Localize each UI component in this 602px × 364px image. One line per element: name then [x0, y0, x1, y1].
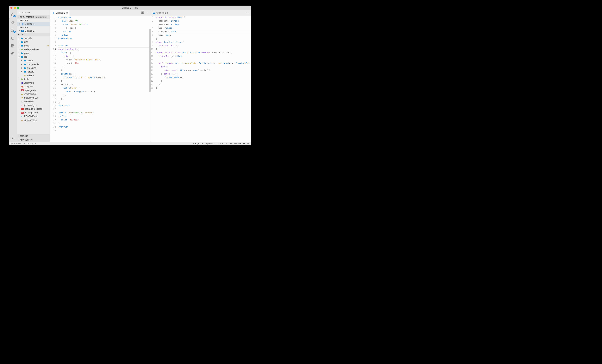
- folder-helpers[interactable]: helpers: [17, 70, 50, 74]
- file-index-js[interactable]: JSindex.js: [17, 74, 50, 77]
- svg-point-13: [11, 143, 11, 143]
- chevron-right-icon: [18, 78, 20, 80]
- settings-gear-icon[interactable]: [9, 135, 17, 142]
- npm-scripts-label: NPM SCRIPTS: [20, 139, 32, 141]
- file-icon: [22, 23, 24, 25]
- file-jest-config[interactable]: JSjest.config.js: [17, 103, 50, 107]
- extensions-icon[interactable]: [9, 43, 17, 49]
- explorer-title: EXPLORER: [17, 10, 50, 15]
- status-prettier[interactable]: Prettier: [235, 142, 241, 145]
- editor-1[interactable]: 1234567891011121314151617181920212223242…: [50, 16, 150, 142]
- file-package-json[interactable]: npmpackage.json: [17, 111, 50, 115]
- status-feedback-icon[interactable]: [243, 142, 245, 145]
- folder-icon: [23, 70, 26, 73]
- run-icon[interactable]: [9, 50, 17, 57]
- minimize-window-button[interactable]: [14, 7, 16, 9]
- folder-node-modules[interactable]: node_modules: [17, 48, 50, 51]
- more-actions-icon[interactable]: ···: [146, 11, 149, 14]
- ts-icon: TS: [153, 12, 155, 14]
- status-encoding[interactable]: UTF-8: [217, 142, 223, 145]
- folder-icon: [21, 37, 23, 40]
- titlebar[interactable]: Untitled-1 — live: [9, 6, 251, 10]
- explorer-icon[interactable]: 2: [9, 11, 17, 18]
- tree-item-label: components: [27, 63, 39, 66]
- tree-item-label: .eslintrc.js: [24, 82, 34, 84]
- svg-point-10: [12, 138, 13, 139]
- js-icon: JS: [21, 96, 23, 99]
- outline-header[interactable]: OUTLINE: [17, 134, 50, 138]
- folder-tests[interactable]: tests: [17, 77, 50, 81]
- maximize-window-button[interactable]: [17, 7, 19, 9]
- tree-item-label: babel.config.js: [24, 96, 39, 99]
- dirty-dot-icon: [66, 12, 68, 14]
- folder-public[interactable]: public: [17, 51, 50, 55]
- js-icon: JS: [21, 104, 23, 107]
- folder-components[interactable]: components: [17, 63, 50, 66]
- debug-icon[interactable]: [9, 35, 17, 42]
- status-prettier: Prettier: [235, 142, 241, 145]
- npm-scripts-header[interactable]: NPM SCRIPTS: [17, 138, 50, 142]
- chevron-right-icon: [18, 139, 19, 141]
- file-package-lock[interactable]: npmpackage-lock.json: [17, 107, 50, 111]
- file-eslintrc[interactable]: .eslintrc.js: [17, 81, 50, 85]
- status-problems[interactable]: 0 0: [27, 142, 36, 145]
- folder-vscode[interactable]: .vscode: [17, 36, 50, 40]
- open-editor-label: Untitled-1: [25, 23, 34, 25]
- svg-point-0: [12, 21, 14, 23]
- file-postcssrc[interactable]: JS.postcssrc.js: [17, 92, 50, 96]
- chevron-right-icon: [18, 45, 20, 46]
- file-deploy-sh[interactable]: deploy.sh: [17, 100, 50, 103]
- tree-item-label: tests: [24, 78, 29, 81]
- file-readme[interactable]: M↓README.md: [17, 115, 50, 118]
- status-sync[interactable]: [23, 142, 25, 145]
- chevron-right-icon: [18, 41, 20, 43]
- editor-group-1: Untitled-1 ··· 1234567891011121314151617…: [50, 10, 150, 142]
- git-icon: [21, 85, 23, 88]
- activity-bar: 2 1: [9, 10, 17, 142]
- status-language[interactable]: Vue: [229, 142, 232, 145]
- source-control-icon[interactable]: 1: [9, 27, 17, 34]
- svg-point-2: [11, 31, 12, 32]
- search-icon[interactable]: [9, 19, 17, 26]
- open-editors-label: OPEN EDITORS: [20, 16, 34, 18]
- status-errors: 0: [30, 142, 31, 145]
- split-editor-icon[interactable]: [141, 11, 144, 15]
- npm-icon: npm: [21, 112, 24, 114]
- folder-src[interactable]: src: [17, 55, 50, 59]
- file-gitignore[interactable]: .gitignore: [17, 85, 50, 88]
- svg-point-18: [244, 143, 244, 143]
- explorer-sidebar: EXPLORER OPEN EDITORS 2 UNSAVED GROUP 1 …: [17, 10, 50, 142]
- close-window-button[interactable]: [11, 7, 12, 9]
- folder-assets[interactable]: assets: [17, 59, 50, 63]
- chevron-right-icon: [21, 67, 23, 69]
- chevron-down-icon: [18, 16, 19, 18]
- tab-untitled-1[interactable]: Untitled-1: [50, 10, 70, 16]
- status-bell-icon[interactable]: [247, 142, 249, 145]
- tree-item-label: README.md: [24, 115, 37, 118]
- status-indent[interactable]: Spaces: 2: [206, 142, 215, 145]
- file-npmignore[interactable]: npm.npmignore: [17, 88, 50, 92]
- folder-dist[interactable]: dist: [17, 40, 50, 44]
- open-editor-untitled-2[interactable]: TS Untitled-2: [17, 29, 50, 33]
- workspace-header[interactable]: LIVE: [17, 33, 50, 36]
- file-vue-config[interactable]: JSvue.config.js: [17, 118, 50, 122]
- tab-untitled-2[interactable]: TS Untitled-2: [151, 10, 170, 16]
- folder-docs[interactable]: docs: [17, 44, 50, 48]
- file-babel-config[interactable]: JSbabel.config.js: [17, 96, 50, 100]
- editor-2[interactable]: 123456789101112131415161718192021 export…: [151, 16, 251, 142]
- folder-directives[interactable]: directives: [17, 66, 50, 70]
- status-branch-text: master*: [14, 142, 21, 145]
- js-icon: JS: [21, 93, 23, 95]
- shell-icon: [21, 100, 23, 103]
- status-branch[interactable]: master*: [11, 142, 21, 145]
- status-cursor[interactable]: Ln 10, Col 17: [192, 142, 204, 145]
- tree-item-label: package-lock.json: [24, 108, 42, 110]
- open-editor-untitled-1[interactable]: Untitled-1: [17, 22, 50, 26]
- open-editors-header[interactable]: OPEN EDITORS 2 UNSAVED: [17, 15, 50, 19]
- folder-icon: [23, 63, 26, 66]
- tab-label: Untitled-1: [56, 11, 65, 14]
- folder-icon: [21, 52, 23, 54]
- file-tree: .vscodedistdocsnode_modulespublicsrcasse…: [17, 36, 50, 134]
- more-actions-icon[interactable]: ···: [246, 11, 249, 14]
- status-eol[interactable]: LF: [225, 142, 227, 145]
